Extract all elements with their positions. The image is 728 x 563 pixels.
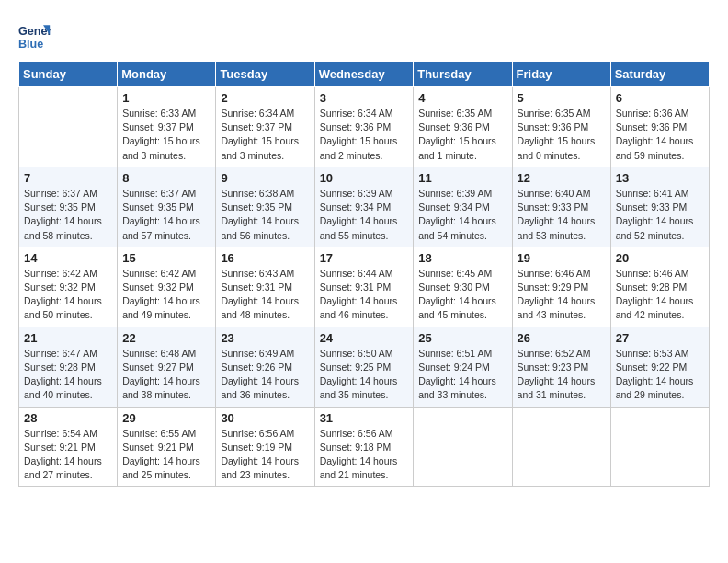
weekday-header-wednesday: Wednesday	[314, 62, 414, 87]
day-info: Sunrise: 6:41 AM Sunset: 9:33 PM Dayligh…	[616, 187, 704, 243]
day-number: 24	[320, 331, 409, 345]
day-number: 15	[122, 251, 210, 265]
day-number: 20	[616, 251, 704, 265]
calendar-cell: 8Sunrise: 6:37 AM Sunset: 9:35 PM Daylig…	[118, 167, 216, 247]
day-info: Sunrise: 6:43 AM Sunset: 9:31 PM Dayligh…	[221, 267, 309, 323]
day-info: Sunrise: 6:35 AM Sunset: 9:36 PM Dayligh…	[418, 107, 506, 163]
day-number: 16	[221, 251, 309, 265]
day-info: Sunrise: 6:39 AM Sunset: 9:34 PM Dayligh…	[418, 187, 506, 243]
day-info: Sunrise: 6:45 AM Sunset: 9:30 PM Dayligh…	[418, 267, 506, 323]
day-info: Sunrise: 6:40 AM Sunset: 9:33 PM Dayligh…	[518, 187, 606, 243]
calendar-week-row: 7Sunrise: 6:37 AM Sunset: 9:35 PM Daylig…	[19, 167, 710, 247]
day-info: Sunrise: 6:39 AM Sunset: 9:34 PM Dayligh…	[320, 187, 409, 243]
day-info: Sunrise: 6:35 AM Sunset: 9:36 PM Dayligh…	[518, 107, 606, 163]
weekday-header-friday: Friday	[512, 62, 610, 87]
day-number: 14	[24, 251, 112, 265]
calendar-cell: 22Sunrise: 6:48 AM Sunset: 9:27 PM Dayli…	[118, 327, 216, 407]
calendar-cell: 27Sunrise: 6:53 AM Sunset: 9:22 PM Dayli…	[610, 327, 709, 407]
day-info: Sunrise: 6:47 AM Sunset: 9:28 PM Dayligh…	[24, 347, 112, 403]
calendar-cell: 13Sunrise: 6:41 AM Sunset: 9:33 PM Dayli…	[610, 167, 709, 247]
calendar-cell: 20Sunrise: 6:46 AM Sunset: 9:28 PM Dayli…	[610, 247, 709, 327]
calendar-cell: 19Sunrise: 6:46 AM Sunset: 9:29 PM Dayli…	[512, 247, 610, 327]
weekday-header-saturday: Saturday	[610, 62, 709, 87]
day-info: Sunrise: 6:52 AM Sunset: 9:23 PM Dayligh…	[518, 347, 606, 403]
calendar-cell: 23Sunrise: 6:49 AM Sunset: 9:26 PM Dayli…	[216, 327, 314, 407]
day-info: Sunrise: 6:42 AM Sunset: 9:32 PM Dayligh…	[24, 267, 112, 323]
calendar-cell: 25Sunrise: 6:51 AM Sunset: 9:24 PM Dayli…	[414, 327, 512, 407]
calendar-cell: 10Sunrise: 6:39 AM Sunset: 9:34 PM Dayli…	[314, 167, 414, 247]
calendar-cell: 1Sunrise: 6:33 AM Sunset: 9:37 PM Daylig…	[118, 87, 216, 167]
calendar-week-row: 28Sunrise: 6:54 AM Sunset: 9:21 PM Dayli…	[19, 407, 710, 487]
day-info: Sunrise: 6:49 AM Sunset: 9:26 PM Dayligh…	[221, 347, 309, 403]
day-info: Sunrise: 6:37 AM Sunset: 9:35 PM Dayligh…	[122, 187, 210, 243]
day-info: Sunrise: 6:50 AM Sunset: 9:25 PM Dayligh…	[320, 347, 409, 403]
calendar-cell: 21Sunrise: 6:47 AM Sunset: 9:28 PM Dayli…	[19, 327, 118, 407]
day-number: 17	[320, 251, 409, 265]
weekday-header-tuesday: Tuesday	[216, 62, 314, 87]
weekday-header-sunday: Sunday	[19, 62, 118, 87]
weekday-header-row: SundayMondayTuesdayWednesdayThursdayFrid…	[19, 62, 710, 87]
weekday-header-thursday: Thursday	[414, 62, 512, 87]
day-info: Sunrise: 6:54 AM Sunset: 9:21 PM Dayligh…	[24, 427, 112, 483]
day-info: Sunrise: 6:51 AM Sunset: 9:24 PM Dayligh…	[418, 347, 506, 403]
calendar-cell: 15Sunrise: 6:42 AM Sunset: 9:32 PM Dayli…	[118, 247, 216, 327]
day-number: 1	[122, 91, 210, 105]
calendar-cell: 9Sunrise: 6:38 AM Sunset: 9:35 PM Daylig…	[216, 167, 314, 247]
day-number: 10	[320, 171, 409, 185]
logo: General Blue	[18, 18, 55, 52]
calendar-cell: 2Sunrise: 6:34 AM Sunset: 9:37 PM Daylig…	[216, 87, 314, 167]
day-number: 13	[616, 171, 704, 185]
calendar-cell: 29Sunrise: 6:55 AM Sunset: 9:21 PM Dayli…	[118, 407, 216, 487]
day-number: 5	[518, 91, 606, 105]
weekday-header-monday: Monday	[118, 62, 216, 87]
calendar-cell	[414, 407, 512, 487]
day-number: 8	[122, 171, 210, 185]
day-info: Sunrise: 6:42 AM Sunset: 9:32 PM Dayligh…	[122, 267, 210, 323]
day-info: Sunrise: 6:34 AM Sunset: 9:37 PM Dayligh…	[221, 107, 309, 163]
day-number: 29	[122, 411, 210, 425]
day-number: 22	[122, 331, 210, 345]
day-number: 19	[518, 251, 606, 265]
calendar-cell: 18Sunrise: 6:45 AM Sunset: 9:30 PM Dayli…	[414, 247, 512, 327]
calendar-cell: 24Sunrise: 6:50 AM Sunset: 9:25 PM Dayli…	[314, 327, 414, 407]
day-number: 11	[418, 171, 506, 185]
day-info: Sunrise: 6:38 AM Sunset: 9:35 PM Dayligh…	[221, 187, 309, 243]
calendar-cell: 16Sunrise: 6:43 AM Sunset: 9:31 PM Dayli…	[216, 247, 314, 327]
day-info: Sunrise: 6:46 AM Sunset: 9:29 PM Dayligh…	[518, 267, 606, 323]
day-number: 27	[616, 331, 704, 345]
calendar-cell: 26Sunrise: 6:52 AM Sunset: 9:23 PM Dayli…	[512, 327, 610, 407]
calendar-cell	[19, 87, 118, 167]
calendar-cell: 5Sunrise: 6:35 AM Sunset: 9:36 PM Daylig…	[512, 87, 610, 167]
day-info: Sunrise: 6:37 AM Sunset: 9:35 PM Dayligh…	[24, 187, 112, 243]
calendar-week-row: 1Sunrise: 6:33 AM Sunset: 9:37 PM Daylig…	[19, 87, 710, 167]
day-number: 31	[320, 411, 409, 425]
day-info: Sunrise: 6:44 AM Sunset: 9:31 PM Dayligh…	[320, 267, 409, 323]
calendar-table: SundayMondayTuesdayWednesdayThursdayFrid…	[18, 61, 710, 487]
calendar-cell: 14Sunrise: 6:42 AM Sunset: 9:32 PM Dayli…	[19, 247, 118, 327]
day-number: 4	[418, 91, 506, 105]
calendar-cell	[512, 407, 610, 487]
calendar-cell: 4Sunrise: 6:35 AM Sunset: 9:36 PM Daylig…	[414, 87, 512, 167]
page-header: General Blue	[18, 18, 710, 52]
calendar-cell: 28Sunrise: 6:54 AM Sunset: 9:21 PM Dayli…	[19, 407, 118, 487]
day-number: 7	[24, 171, 112, 185]
day-number: 12	[518, 171, 606, 185]
day-info: Sunrise: 6:46 AM Sunset: 9:28 PM Dayligh…	[616, 267, 704, 323]
day-number: 2	[221, 91, 309, 105]
day-number: 21	[24, 331, 112, 345]
day-info: Sunrise: 6:56 AM Sunset: 9:19 PM Dayligh…	[221, 427, 309, 483]
calendar-cell: 3Sunrise: 6:34 AM Sunset: 9:36 PM Daylig…	[314, 87, 414, 167]
logo-icon: General Blue	[18, 18, 51, 52]
day-info: Sunrise: 6:33 AM Sunset: 9:37 PM Dayligh…	[122, 107, 210, 163]
calendar-cell: 11Sunrise: 6:39 AM Sunset: 9:34 PM Dayli…	[414, 167, 512, 247]
day-info: Sunrise: 6:56 AM Sunset: 9:18 PM Dayligh…	[320, 427, 409, 483]
day-info: Sunrise: 6:36 AM Sunset: 9:36 PM Dayligh…	[616, 107, 704, 163]
day-number: 3	[320, 91, 409, 105]
day-info: Sunrise: 6:48 AM Sunset: 9:27 PM Dayligh…	[122, 347, 210, 403]
day-number: 18	[418, 251, 506, 265]
day-info: Sunrise: 6:53 AM Sunset: 9:22 PM Dayligh…	[616, 347, 704, 403]
calendar-cell: 31Sunrise: 6:56 AM Sunset: 9:18 PM Dayli…	[314, 407, 414, 487]
calendar-cell: 6Sunrise: 6:36 AM Sunset: 9:36 PM Daylig…	[610, 87, 709, 167]
svg-text:Blue: Blue	[18, 38, 43, 51]
day-number: 26	[518, 331, 606, 345]
